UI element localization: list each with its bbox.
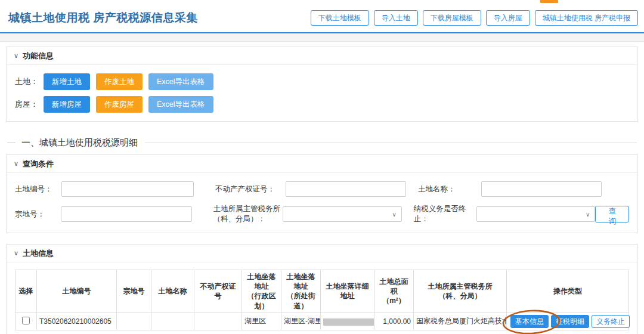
search-button[interactable]: 查询 [595, 206, 629, 222]
tax-end-label: 纳税义务是否终止： [414, 204, 476, 224]
land-no-label: 土地编号： [15, 184, 61, 194]
terminate-obligation-button[interactable]: 义务终止 [592, 315, 630, 328]
col-tax-office: 土地所属主管税务所 （科、分局） [414, 270, 507, 313]
collapse-chevron-icon[interactable]: ∨ [14, 160, 18, 168]
add-land-button[interactable]: 新增土地 [44, 73, 90, 90]
row-select-checkbox[interactable] [22, 317, 30, 324]
redacted-address-block [323, 318, 374, 326]
parcel-no-input[interactable] [61, 206, 191, 222]
chevron-down-icon: ∨ [586, 211, 590, 218]
add-house-button[interactable]: 新增房屋 [44, 96, 90, 113]
section-title-rule [145, 143, 637, 143]
query-row-2: 宗地号： 土地所属主管税务所 （科、分局）： ∨ 纳税义务是否终止： ∨ 查询 [15, 204, 629, 224]
land-table: 选择 土地编号 宗地号 土地名称 不动产权证号 土地坐落地址 （行政区划） 土地… [15, 270, 629, 330]
top-bar: 城镇土地使用税 房产税税源信息采集 下载土地模板 导入土地 下载房屋模板 导入房… [0, 4, 644, 33]
col-property-cert: 不动产权证号 [194, 270, 242, 313]
collapse-chevron-icon[interactable]: ∨ [14, 249, 18, 257]
function-panel-title: 功能信息 [23, 51, 54, 61]
download-house-template-button[interactable]: 下载房屋模板 [423, 10, 481, 26]
query-row-1: 土地编号： 不动产产权证号： 土地名称： [15, 181, 629, 197]
cell-land-name [151, 313, 194, 330]
void-house-button[interactable]: 作废房屋 [96, 96, 143, 113]
query-panel: ∨ 查询条件 土地编号： 不动产产权证号： 土地名称： 宗地号： 土地所属主管税… [6, 154, 638, 233]
divider-strip [0, 33, 644, 42]
import-land-button[interactable]: 导入土地 [374, 10, 418, 26]
col-actions: 操作类型 [507, 270, 629, 313]
cell-tax-office: 国家税务总局厦门火炬高技术产业... [414, 313, 507, 330]
land-table-header-row: 选择 土地编号 宗地号 土地名称 不动产权证号 土地坐落地址 （行政区划） 土地… [16, 270, 629, 313]
col-street: 土地坐落地址 （所处街道） [281, 270, 321, 313]
tax-office-label: 土地所属主管税务所 （科、分局）： [213, 204, 283, 224]
download-land-template-button[interactable]: 下载土地模板 [311, 10, 369, 26]
land-section-title: 一、城镇土地使用税税源明细 [7, 137, 637, 149]
cell-street: 湖里区-湖里... [281, 313, 321, 330]
land-name-input[interactable] [481, 181, 602, 197]
col-total-area: 土地总面积 （m²） [374, 270, 414, 313]
col-land-name: 土地名称 [151, 270, 194, 313]
tax-declaration-button[interactable]: 城镇土地使用税 房产税申报 [535, 10, 638, 26]
basic-info-button[interactable]: 基本信息 [510, 315, 549, 328]
land-name-label: 土地名称： [418, 184, 481, 194]
query-panel-title: 查询条件 [23, 159, 54, 169]
cell-parcel-no [117, 313, 151, 330]
house-row-label: 房屋： [15, 99, 44, 110]
land-no-input[interactable] [61, 181, 194, 197]
function-panel-body: 土地： 新增土地 作废土地 Excel导出表格 房屋： 新增房屋 作废房屋 Ex… [7, 65, 637, 121]
cell-land-no: T35020620210002605 [37, 313, 117, 330]
col-detail-address: 土地坐落详细地址 [321, 270, 374, 313]
tax-end-select[interactable]: ∨ [476, 206, 596, 222]
cell-actions: 基本信息征税明细义务终止 [507, 313, 629, 330]
col-select: 选择 [16, 270, 37, 313]
land-info-panel-body: 选择 土地编号 宗地号 土地名称 不动产权证号 土地坐落地址 （行政区划） 土地… [7, 262, 637, 334]
land-section-title-text: 一、城镇土地使用税税源明细 [21, 137, 138, 149]
parcel-no-label: 宗地号： [15, 209, 61, 219]
function-panel-header[interactable]: ∨ 功能信息 [7, 47, 637, 65]
land-info-panel-header[interactable]: ∨ 土地信息 [7, 245, 637, 262]
cell-district: 湖里区 [242, 313, 281, 330]
top-nav-buttons: 下载土地模板 导入土地 下载房屋模板 导入房屋 城镇土地使用税 房产税申报 [306, 10, 638, 26]
house-function-row: 房屋： 新增房屋 作废房屋 Excel导出表格 [15, 96, 629, 113]
land-row-label: 土地： [15, 76, 44, 87]
page-title: 城镇土地使用税 房产税税源信息采集 [8, 10, 198, 26]
import-house-button[interactable]: 导入房屋 [486, 10, 530, 26]
tax-office-select[interactable]: ∨ [283, 206, 402, 222]
function-panel: ∨ 功能信息 土地： 新增土地 作废土地 Excel导出表格 房屋： 新增房屋 … [6, 47, 638, 122]
property-cert-label: 不动产产权证号： [215, 184, 286, 194]
land-info-panel: ∨ 土地信息 选择 土地编号 宗地号 土地名称 不动产权证号 [6, 244, 638, 334]
col-parcel-no: 宗地号 [117, 270, 151, 313]
cell-total-area: 1,000.00 [374, 313, 414, 330]
collapse-chevron-icon[interactable]: ∨ [14, 52, 18, 60]
land-info-panel-title: 土地信息 [23, 248, 54, 259]
void-land-button[interactable]: 作废土地 [96, 73, 143, 90]
property-cert-input[interactable] [286, 181, 406, 197]
land-function-row: 土地： 新增土地 作废土地 Excel导出表格 [15, 73, 629, 90]
chevron-down-icon: ∨ [392, 211, 397, 218]
export-land-excel-button[interactable]: Excel导出表格 [148, 73, 213, 90]
query-panel-header[interactable]: ∨ 查询条件 [7, 155, 637, 173]
tax-detail-button[interactable]: 征税明细 [551, 315, 589, 328]
export-house-excel-button[interactable]: Excel导出表格 [148, 96, 213, 113]
query-panel-body: 土地编号： 不动产产权证号： 土地名称： 宗地号： 土地所属主管税务所 （科、分… [7, 173, 637, 233]
main-content: ∨ 功能信息 土地： 新增土地 作废土地 Excel导出表格 房屋： 新增房屋 … [0, 42, 644, 334]
cell-property-cert [194, 313, 242, 330]
col-land-no: 土地编号 [37, 270, 117, 313]
col-district: 土地坐落地址 （行政区划） [242, 270, 281, 313]
table-row: T35020620210002605 湖里区 湖里区-湖里... 1,000.0… [16, 313, 629, 330]
